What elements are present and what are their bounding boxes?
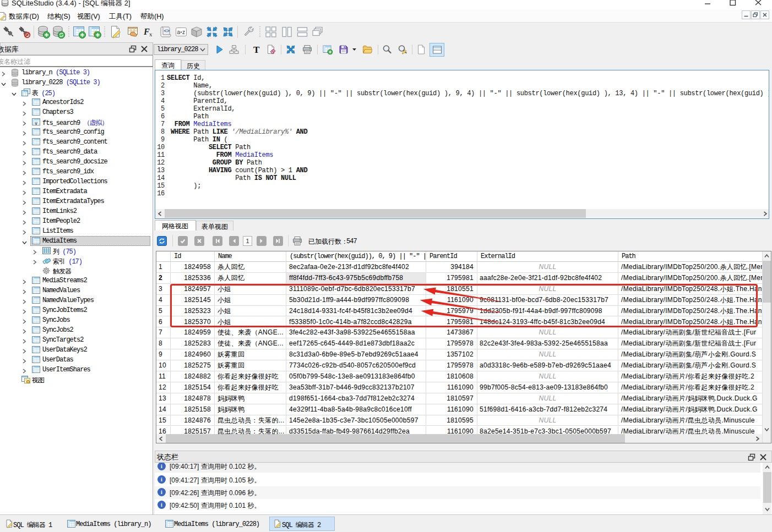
svg-text:x: x (149, 31, 153, 37)
svg-text:<>: <> (164, 28, 170, 34)
svg-text:T: T (253, 45, 260, 54)
svg-text:z: z (182, 29, 185, 35)
svg-text:v: v (35, 120, 37, 126)
svg-text:a: a (177, 29, 181, 35)
